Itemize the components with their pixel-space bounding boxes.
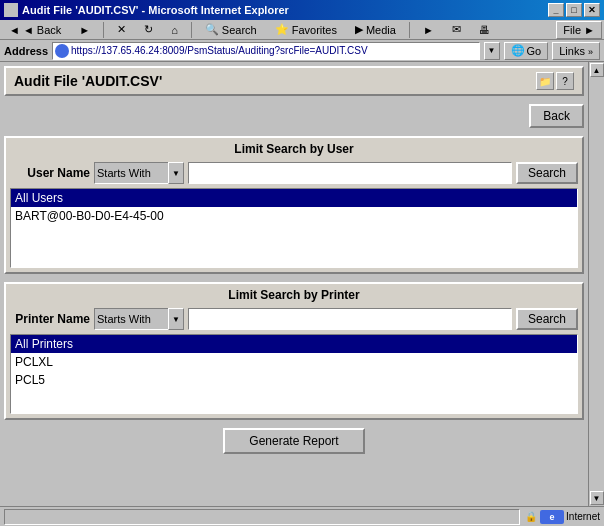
user-filter-select[interactable]: Starts With Contains Equals [94, 162, 169, 184]
go-button[interactable]: 🌐 Go [504, 42, 549, 60]
printer-section-title: Limit Search by Printer [10, 288, 578, 302]
address-label: Address [4, 45, 48, 57]
links-button[interactable]: Links » [552, 42, 600, 60]
page-content: Audit File 'AUDIT.CSV' 📁 ? Back Limit Se… [0, 62, 588, 506]
list-item[interactable]: All Printers [11, 335, 577, 353]
main-area: Audit File 'AUDIT.CSV' 📁 ? Back Limit Se… [0, 62, 604, 506]
title-bar: Audit File 'AUDIT.CSV' - Microsoft Inter… [0, 0, 604, 20]
user-search-section: Limit Search by User User Name Starts Wi… [4, 136, 584, 274]
printer-search-section: Limit Search by Printer Printer Name Sta… [4, 282, 584, 420]
back-page-button[interactable]: Back [529, 104, 584, 128]
mail-button[interactable]: ✉ [445, 21, 468, 39]
home-icon: ⌂ [171, 24, 178, 36]
status-bar: 🔒 e Internet [0, 506, 604, 526]
stop-icon: ✕ [117, 23, 126, 36]
separator2 [191, 22, 192, 38]
internet-zone-label: Internet [566, 511, 600, 522]
scroll-up-button[interactable]: ▲ [590, 63, 604, 77]
user-section-title: Limit Search by User [10, 142, 578, 156]
file-button[interactable]: File ► [556, 21, 602, 39]
user-filter-dropdown-arrow[interactable]: ▼ [168, 162, 184, 184]
generate-row: Generate Report [4, 428, 584, 454]
printer-search-button[interactable]: Search [516, 308, 578, 330]
user-filter-select-wrap: Starts With Contains Equals ▼ [94, 162, 184, 184]
window-title: Audit File 'AUDIT.CSV' - Microsoft Inter… [22, 4, 289, 16]
stop-button[interactable]: ✕ [110, 21, 133, 39]
history-icon: ► [423, 24, 434, 36]
favorites-button[interactable]: ⭐ Favorites [268, 21, 344, 39]
status-right: 🔒 e Internet [524, 510, 600, 524]
history-button[interactable]: ► [416, 21, 441, 39]
list-item[interactable]: PCLXL [11, 353, 577, 371]
back-row: Back [4, 104, 584, 128]
print-button[interactable]: 🖶 [472, 21, 497, 39]
go-icon: 🌐 [511, 44, 525, 57]
window-controls: _ □ ✕ [548, 3, 600, 17]
address-input-wrap[interactable]: https://137.65.46.24:8009/PsmStatus/Audi… [52, 42, 480, 60]
user-name-label: User Name [10, 166, 90, 180]
printer-search-row: Printer Name Starts With Contains Equals… [10, 308, 578, 330]
search-toolbar-button[interactable]: 🔍 Search [198, 21, 264, 39]
media-icon: ▶ [355, 23, 363, 36]
list-item[interactable]: PCL5 [11, 371, 577, 389]
header-icons: 📁 ? [536, 72, 574, 90]
close-button[interactable]: ✕ [584, 3, 600, 17]
refresh-icon: ↻ [144, 23, 153, 36]
window-icon [4, 3, 18, 17]
user-search-input[interactable] [188, 162, 512, 184]
printer-filter-dropdown-arrow[interactable]: ▼ [168, 308, 184, 330]
separator3 [409, 22, 410, 38]
scrollbar-right[interactable]: ▲ ▼ [588, 62, 604, 506]
help-icon-button[interactable]: ? [556, 72, 574, 90]
minimize-button[interactable]: _ [548, 3, 564, 17]
address-text: https://137.65.46.24:8009/PsmStatus/Audi… [71, 45, 368, 56]
page-header: Audit File 'AUDIT.CSV' 📁 ? [4, 66, 584, 96]
page-title: Audit File 'AUDIT.CSV' [14, 73, 162, 89]
lock-icon: 🔒 [524, 510, 538, 524]
printer-name-label: Printer Name [10, 312, 90, 326]
globe-icon [55, 44, 69, 58]
refresh-button[interactable]: ↻ [137, 21, 160, 39]
forward-arrow-icon: ► [79, 24, 90, 36]
back-arrow-icon: ◄ [9, 24, 20, 36]
toolbar: ◄ ◄ Back ► ✕ ↻ ⌂ 🔍 Search ⭐ Favorites ▶ … [0, 20, 604, 40]
address-bar: Address https://137.65.46.24:8009/PsmSta… [0, 40, 604, 62]
media-button[interactable]: ▶ Media [348, 21, 403, 39]
printer-list-box[interactable]: All Printers PCLXL PCL5 [10, 334, 578, 414]
user-search-row: User Name Starts With Contains Equals ▼ … [10, 162, 578, 184]
mail-icon: ✉ [452, 23, 461, 36]
back-button[interactable]: ◄ ◄ Back [2, 21, 68, 39]
printer-filter-select[interactable]: Starts With Contains Equals [94, 308, 169, 330]
status-text [4, 509, 520, 525]
scroll-down-button[interactable]: ▼ [590, 491, 604, 505]
search-icon: 🔍 [205, 23, 219, 36]
list-item[interactable]: All Users [11, 189, 577, 207]
ie-icon: e [540, 510, 564, 524]
maximize-button[interactable]: □ [566, 3, 582, 17]
print-icon: 🖶 [479, 24, 490, 36]
user-search-button[interactable]: Search [516, 162, 578, 184]
printer-search-input[interactable] [188, 308, 512, 330]
generate-report-button[interactable]: Generate Report [223, 428, 364, 454]
user-list-box[interactable]: All Users BART@00-B0-D0-E4-45-00 [10, 188, 578, 268]
home-button[interactable]: ⌂ [164, 21, 185, 39]
list-item[interactable]: BART@00-B0-D0-E4-45-00 [11, 207, 577, 225]
folder-icon-button[interactable]: 📁 [536, 72, 554, 90]
favorites-icon: ⭐ [275, 23, 289, 36]
separator [103, 22, 104, 38]
printer-filter-select-wrap: Starts With Contains Equals ▼ [94, 308, 184, 330]
forward-button[interactable]: ► [72, 21, 97, 39]
address-dropdown-arrow[interactable]: ▼ [484, 42, 500, 60]
